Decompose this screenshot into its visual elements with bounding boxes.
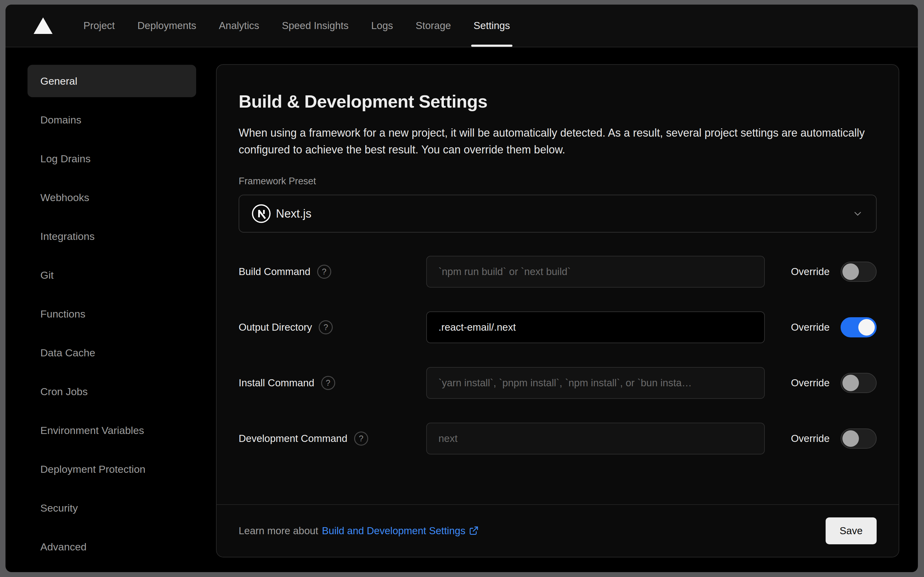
sidebar-item-domains[interactable]: Domains — [27, 103, 196, 136]
build-command-label: Build Command — [239, 266, 311, 277]
tab-storage[interactable]: Storage — [404, 5, 462, 47]
tab-analytics[interactable]: Analytics — [208, 5, 270, 47]
override-label: Override — [791, 433, 830, 444]
save-button[interactable]: Save — [826, 517, 877, 544]
help-icon[interactable]: ? — [317, 265, 331, 279]
override-label: Override — [791, 377, 830, 389]
framework-preset-value: Next.js — [276, 207, 311, 220]
sidebar-item-data-cache[interactable]: Data Cache — [27, 337, 196, 369]
page-title: Build & Development Settings — [239, 91, 877, 111]
sidebar-item-cron-jobs[interactable]: Cron Jobs — [27, 375, 196, 408]
external-link-icon — [468, 525, 479, 536]
settings-sidebar: General Domains Log Drains Webhooks Inte… — [27, 65, 196, 569]
output-directory-override-toggle[interactable] — [840, 317, 877, 337]
development-command-override-toggle[interactable] — [840, 429, 877, 449]
sidebar-item-advanced[interactable]: Advanced — [27, 530, 196, 563]
help-icon[interactable]: ? — [321, 376, 335, 390]
sidebar-item-integrations[interactable]: Integrations — [27, 220, 196, 253]
app-window: Project Deployments Analytics Speed Insi… — [5, 5, 918, 572]
build-command-override-toggle[interactable] — [840, 262, 877, 282]
install-command-row: Install Command ? Override — [239, 367, 877, 399]
install-command-override-toggle[interactable] — [840, 373, 877, 393]
override-label: Override — [791, 321, 830, 333]
docs-link-label: Build and Development Settings — [322, 525, 466, 537]
vercel-logo-icon[interactable] — [34, 18, 53, 34]
framework-preset-label: Framework Preset — [239, 176, 877, 187]
framework-preset-select[interactable]: Next.js — [239, 195, 877, 232]
sidebar-item-git[interactable]: Git — [27, 259, 196, 291]
sidebar-item-security[interactable]: Security — [27, 492, 196, 524]
build-command-input[interactable] — [426, 256, 765, 288]
chevron-down-icon — [852, 208, 864, 220]
build-settings-card: Build & Development Settings When using … — [216, 64, 899, 558]
development-command-row: Development Command ? Override — [239, 423, 877, 455]
build-command-row: Build Command ? Override — [239, 256, 877, 288]
sidebar-item-log-drains[interactable]: Log Drains — [27, 142, 196, 175]
tab-speed-insights[interactable]: Speed Insights — [270, 5, 360, 47]
install-command-input[interactable] — [426, 367, 765, 399]
sidebar-item-deployment-protection[interactable]: Deployment Protection — [27, 453, 196, 485]
tab-project[interactable]: Project — [72, 5, 126, 47]
nextjs-logo-icon — [251, 204, 271, 223]
card-footer: Learn more about Build and Development S… — [217, 504, 899, 557]
sidebar-item-environment-variables[interactable]: Environment Variables — [27, 414, 196, 446]
sidebar-item-functions[interactable]: Functions — [27, 298, 196, 330]
top-nav: Project Deployments Analytics Speed Insi… — [5, 5, 918, 47]
help-icon[interactable]: ? — [319, 320, 333, 334]
output-directory-label: Output Directory — [239, 321, 312, 333]
tab-logs[interactable]: Logs — [360, 5, 404, 47]
settings-rows: Build Command ? Override Output Director… — [239, 256, 877, 455]
output-directory-input[interactable] — [426, 311, 765, 343]
sidebar-item-webhooks[interactable]: Webhooks — [27, 181, 196, 214]
tab-deployments[interactable]: Deployments — [126, 5, 208, 47]
development-command-input[interactable] — [426, 423, 765, 455]
nav-tabs: Project Deployments Analytics Speed Insi… — [72, 5, 521, 47]
section-description: When using a framework for a new project… — [239, 124, 869, 158]
tab-settings[interactable]: Settings — [462, 5, 521, 47]
help-icon[interactable]: ? — [354, 432, 368, 446]
learn-more-text: Learn more about — [239, 525, 319, 537]
install-command-label: Install Command — [239, 377, 314, 389]
sidebar-item-general[interactable]: General — [27, 65, 196, 97]
build-settings-docs-link[interactable]: Build and Development Settings — [322, 525, 479, 537]
override-label: Override — [791, 266, 830, 277]
output-directory-row: Output Directory ? Override — [239, 311, 877, 343]
development-command-label: Development Command — [239, 433, 348, 444]
